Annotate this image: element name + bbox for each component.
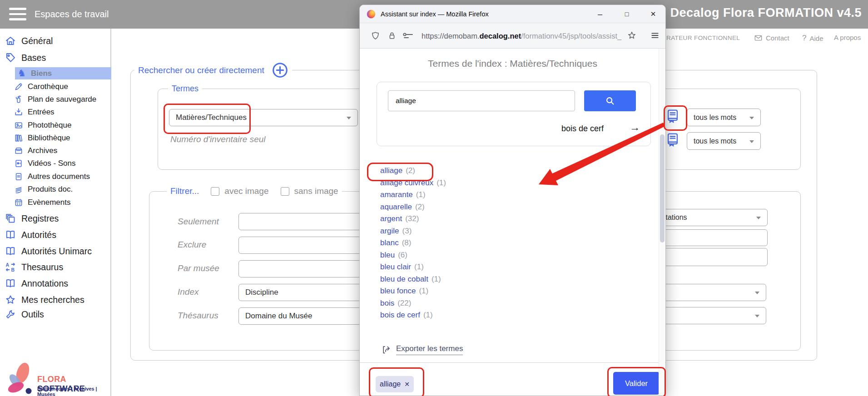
chess-knight-icon: ♞ (17, 69, 27, 79)
term-search-button[interactable] (584, 90, 636, 111)
sidebar-item-phototheque[interactable]: Photothèque (14, 119, 71, 131)
export-terms-link[interactable]: Exporter les termes (382, 344, 463, 355)
term-item[interactable]: alliage (2) (380, 165, 446, 177)
term-link[interactable]: bleu fonce (380, 287, 416, 296)
aide-link[interactable]: ? Aide (802, 34, 823, 43)
word-mode-select[interactable]: tous les mots (687, 132, 761, 150)
menu-hamburger-icon[interactable] (650, 31, 660, 40)
datation-input[interactable] (650, 248, 768, 266)
term-item[interactable]: bleu de cobalt (1) (380, 273, 446, 286)
term-link[interactable]: amarante (380, 190, 413, 199)
sidebar-item-bases[interactable]: Bases (5, 51, 46, 64)
term-item[interactable]: argent (32) (380, 213, 446, 225)
close-button[interactable]: ✕ (645, 5, 661, 23)
term-link[interactable]: bois de cerf (380, 311, 420, 320)
shield-icon[interactable] (371, 31, 380, 40)
right-select[interactable] (650, 284, 766, 301)
popup-scrollbar-thumb[interactable] (660, 134, 665, 243)
sidebar-item-evenements[interactable]: Evènements (14, 196, 71, 208)
term-item[interactable]: argile (3) (380, 225, 446, 238)
term-link[interactable]: bleu de cobalt (380, 275, 428, 284)
arrow-right-icon[interactable]: → (630, 121, 640, 134)
contact-link[interactable]: Contact (754, 34, 789, 42)
flora-logo: FLORA SOFTWARE Bibliothèques | Archives … (0, 356, 110, 396)
term-link[interactable]: blanc (380, 238, 399, 248)
sidebar-item-bibliotheque[interactable]: Bibliothèque (14, 132, 70, 144)
sidebar-item-autorites[interactable]: Autorités (5, 228, 56, 241)
datations-select[interactable]: Datations (650, 209, 768, 226)
sidebar-item-entrees[interactable]: Entrées (14, 106, 55, 118)
selected-term-chip: alliage ✕ (376, 376, 414, 392)
popup-titlebar[interactable]: Assistant sur index — Mozilla Firefox – … (360, 5, 665, 23)
term-item[interactable]: bois de cerf (1) (380, 309, 446, 322)
terms-list: alliage (2) alliage cuivreux (1) amarant… (380, 165, 446, 322)
term-item[interactable]: blanc (8) (380, 237, 446, 249)
valider-button[interactable]: Valider (613, 372, 660, 395)
term-count: (1) (423, 311, 433, 320)
bookmark-star-icon[interactable] (627, 30, 637, 40)
without-image-checkbox[interactable] (281, 187, 289, 196)
with-image-checkbox[interactable] (211, 187, 219, 196)
filter-row-label: Index (178, 287, 198, 297)
term-item[interactable]: bleu (6) (380, 249, 446, 262)
sidebar-item-annotations[interactable]: Annotations (5, 277, 68, 290)
lock-icon[interactable] (387, 31, 397, 40)
chip-remove-icon[interactable]: ✕ (404, 381, 410, 388)
sidebar-item-thesaurus[interactable]: AB Thesaurus (5, 261, 63, 273)
term-item[interactable]: aquarelle (2) (380, 201, 446, 213)
term-item[interactable]: bleu fonce (1) (380, 285, 446, 297)
sidebar-item-archives[interactable]: Archives (14, 144, 57, 157)
minimize-button[interactable]: – (592, 5, 608, 23)
datation-input[interactable] (650, 229, 768, 246)
filter-legend: Filtrer... (170, 186, 199, 196)
menu-hamburger-icon[interactable] (9, 8, 26, 21)
sidebar-item-registres[interactable]: Registres (5, 212, 59, 225)
right-select[interactable] (650, 307, 766, 324)
add-circle-icon[interactable] (272, 62, 288, 79)
term-link[interactable]: alliage cuivreux (380, 178, 433, 188)
term-search-input[interactable] (388, 90, 575, 111)
sidebar-item-outils[interactable]: Outils (5, 308, 44, 321)
firefox-icon (366, 9, 376, 19)
sidebar-item-biens[interactable]: ♞ Biens (15, 67, 111, 79)
term-link[interactable]: aquarelle (380, 203, 412, 212)
index-assistant-icon[interactable] (666, 132, 679, 147)
term-link[interactable]: bois (380, 299, 394, 308)
url-text[interactable]: https://demobam.decalog.net/formationv45… (422, 23, 621, 49)
app-title: Decalog Flora FORMATION v4.5 (670, 6, 862, 20)
sidebar-item-mes-recherches[interactable]: Mes recherches (5, 293, 84, 306)
sidebar-item-videos-sons[interactable]: Vidéos - Sons (14, 157, 76, 169)
open-book-icon (5, 229, 16, 241)
permissions-icon[interactable] (402, 32, 414, 40)
workspace-label: Espaces de travail (35, 0, 109, 29)
sidebar-item-carotheque[interactable]: Carothèque (14, 80, 68, 93)
term-link[interactable]: alliage (380, 166, 402, 175)
envelope-icon (754, 34, 763, 42)
term-item[interactable]: bleu clair (1) (380, 261, 446, 273)
term-count: (1) (436, 178, 446, 188)
chevron-down-icon (755, 292, 759, 294)
term-item[interactable]: alliage cuivreux (1) (380, 177, 446, 189)
index-select[interactable]: Matières/Techniques (169, 109, 358, 126)
with-image-label: avec image (224, 186, 268, 196)
maximize-button[interactable]: □ (619, 5, 635, 23)
sidebar-item-produits-doc[interactable]: Produits doc. (14, 183, 73, 195)
sidebar-item-autorites-unimarc[interactable]: Autorités Unimarc (5, 245, 92, 257)
export-icon (382, 345, 392, 355)
user-role-label: RATEUR FONCTIONNEL (666, 35, 740, 41)
term-link[interactable]: bleu clair (380, 262, 411, 272)
termes-legend: Termes (172, 84, 198, 94)
sidebar-item-general[interactable]: Général (5, 35, 53, 47)
term-item[interactable]: amarante (1) (380, 189, 446, 201)
sidebar-item-plan-sauvegarde[interactable]: Plan de sauvegarde (14, 93, 96, 105)
term-link[interactable]: argile (380, 227, 399, 236)
suggestion-term[interactable]: bois de cerf (561, 124, 604, 134)
term-link[interactable]: bleu (380, 251, 395, 260)
apropos-link[interactable]: A propos (834, 34, 861, 41)
word-mode-select[interactable]: tous les mots (687, 109, 761, 126)
term-item[interactable]: bois (22) (380, 297, 446, 310)
term-count: (32) (405, 214, 419, 223)
term-link[interactable]: argent (380, 214, 402, 223)
sidebar-item-autres-documents[interactable]: Autres documents (14, 170, 90, 183)
index-assistant-icon[interactable] (666, 109, 679, 124)
